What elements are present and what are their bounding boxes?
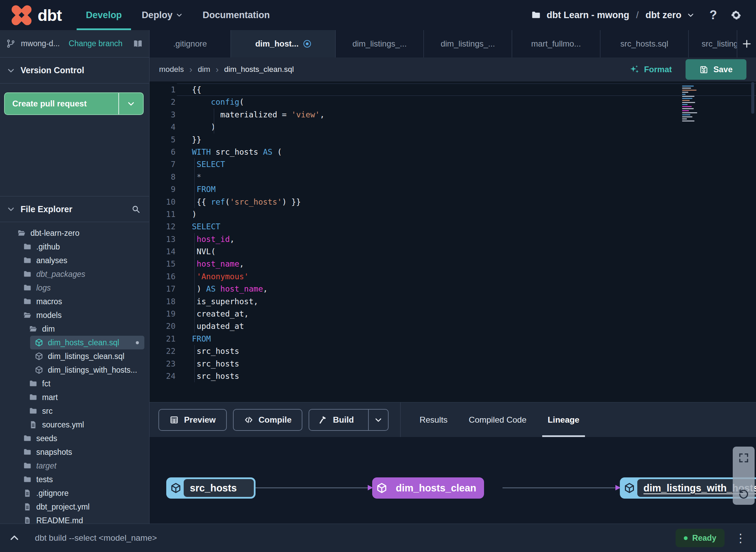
sparkles-icon: [629, 64, 640, 75]
tree-item-.gitignore[interactable]: .gitignore: [0, 486, 149, 500]
panel-tab-lineage[interactable]: Lineage: [548, 402, 579, 437]
tree-item-dim[interactable]: dim: [0, 322, 149, 336]
help-button[interactable]: ?: [709, 8, 717, 22]
code-line: SELECT: [192, 158, 756, 170]
breadcrumb-item: models: [159, 65, 184, 74]
panel-tab-results[interactable]: Results: [420, 402, 448, 437]
tab-.gitignore[interactable]: .gitignore: [149, 30, 231, 57]
code-line: created_at,: [192, 308, 756, 320]
tree-item-seeds[interactable]: seeds: [0, 432, 149, 445]
tree-item-README.md[interactable]: README.md: [0, 514, 149, 524]
panel-tab-compiled-code[interactable]: Compiled Code: [469, 402, 526, 437]
minimap[interactable]: [682, 86, 701, 123]
indent-guide: [194, 270, 195, 283]
gear-icon[interactable]: [730, 9, 742, 21]
tree-item-dim_listings_clean.sql[interactable]: dim_listings_clean.sql: [0, 349, 149, 363]
nav-item-documentation[interactable]: Documentation: [203, 0, 270, 30]
file-explorer-header[interactable]: File Explorer: [0, 196, 149, 222]
project-name[interactable]: dbt Learn - mwong: [547, 10, 629, 21]
tree-item-logs[interactable]: logs: [0, 281, 149, 295]
tree-item-analyses[interactable]: analyses: [0, 254, 149, 267]
tab-mart_fullmo...[interactable]: mart_fullmo...: [512, 30, 600, 57]
build-button[interactable]: Build: [309, 409, 388, 431]
tab-dim_host...[interactable]: dim_host...: [231, 30, 336, 57]
tree-item-dbt_project.yml[interactable]: dbt_project.yml: [0, 500, 149, 514]
kebab-menu-icon[interactable]: ⋮: [733, 532, 748, 544]
tree-item-tests[interactable]: tests: [0, 473, 149, 486]
cli-command[interactable]: dbt build --select <model_name>: [35, 533, 157, 543]
tree-item-src[interactable]: src: [0, 404, 149, 418]
docs-book-icon[interactable]: [133, 39, 143, 49]
compile-button[interactable]: Compile: [233, 409, 303, 431]
tab-dim_listings_...[interactable]: dim_listings_...: [336, 30, 424, 57]
create-pull-request-button[interactable]: Create pull request: [4, 92, 144, 115]
lineage-node-src_hosts[interactable]: src_hosts: [166, 477, 256, 499]
tree-item-dim_hosts_clean.sql[interactable]: dim_hosts_clean.sql: [30, 336, 144, 349]
tree-item-label: seeds: [36, 434, 57, 443]
line-number: 3: [149, 108, 175, 121]
indent-guide: [194, 320, 195, 332]
refresh-icon[interactable]: [738, 488, 750, 499]
tab-label: dim_listings_...: [352, 39, 407, 49]
version-control-header[interactable]: Version Control: [0, 57, 149, 84]
change-branch-link[interactable]: Change branch: [69, 39, 122, 48]
nav-item-develop[interactable]: Develop: [86, 0, 122, 30]
folder-icon: [23, 270, 32, 279]
chevron-up-icon[interactable]: [9, 532, 20, 543]
code-editor[interactable]: 123456789101112131415161718192021222324 …: [149, 81, 756, 402]
line-number: 23: [149, 358, 175, 370]
scrollbar-thumb[interactable]: [751, 82, 754, 114]
save-button[interactable]: Save: [686, 59, 746, 80]
code-line: ) AS host_name,: [192, 283, 756, 295]
tree-item-models[interactable]: models: [0, 308, 149, 322]
lineage-node-dim_hosts_clean[interactable]: dim_hosts_clean: [372, 477, 484, 499]
tree-item-macros[interactable]: macros: [0, 295, 149, 308]
nav-item-label: Develop: [86, 10, 122, 21]
tree-item-sources.yml[interactable]: sources.yml: [0, 418, 149, 432]
tab-label: dim_listings_...: [441, 39, 495, 49]
nav-item-deploy[interactable]: Deploy: [142, 0, 183, 30]
build-dropdown-caret[interactable]: [368, 410, 388, 430]
tree-item-fct[interactable]: fct: [0, 377, 149, 390]
tree-item-dim_listings_with_hosts...[interactable]: dim_listings_with_hosts...: [0, 363, 149, 377]
folder-icon: [29, 393, 38, 402]
ready-status-badge: Ready: [676, 529, 725, 547]
line-number: 7: [149, 158, 175, 170]
tree-item-mart[interactable]: mart: [0, 390, 149, 404]
preview-button[interactable]: Preview: [158, 409, 227, 431]
pr-dropdown-caret[interactable]: [118, 93, 143, 114]
tab-src_hosts.sql[interactable]: src_hosts.sql: [600, 30, 689, 57]
code-line: host_name,: [192, 258, 756, 270]
chevron-down-icon[interactable]: [687, 11, 694, 19]
tree-item-label: dim: [42, 324, 55, 334]
lineage-node-label: src_hosts: [184, 479, 254, 497]
tree-item-target[interactable]: target: [0, 459, 149, 473]
line-number: 22: [149, 345, 175, 357]
tree-item-dbt_packages[interactable]: dbt_packages: [0, 267, 149, 281]
tab-label: src_hosts.sql: [620, 39, 668, 49]
fullscreen-icon[interactable]: [738, 452, 750, 464]
tree-item-label: fct: [42, 379, 50, 388]
tree-item-.github[interactable]: .github: [0, 240, 149, 254]
lineage-canvas[interactable]: src_hostsdim_hosts_cleandim_listings_wit…: [149, 437, 756, 524]
section-title: Version Control: [21, 65, 84, 75]
chevron-down-icon: [7, 205, 15, 213]
environment-name[interactable]: dbt zero: [646, 10, 681, 21]
line-number: 20: [149, 320, 175, 332]
new-tab-button[interactable]: [737, 30, 756, 57]
tab-label: dim_host...: [255, 39, 299, 49]
code-line: ): [192, 121, 756, 133]
indent-guide: [194, 370, 195, 382]
search-icon[interactable]: [131, 205, 140, 214]
dbt-logo-icon[interactable]: [10, 4, 33, 26]
tree-item-snapshots[interactable]: snapshots: [0, 445, 149, 459]
ready-status-label: Ready: [692, 534, 716, 543]
logo-text: dbt: [38, 6, 62, 25]
tree-item-dbt-learn-zero[interactable]: dbt-learn-zero: [0, 226, 149, 240]
nav-item-label: Documentation: [203, 10, 270, 21]
chevron-down-icon: [7, 66, 15, 75]
tab-dim_listings_...[interactable]: dim_listings_...: [424, 30, 512, 57]
top-navigation: dbt Develop Deploy Documentation dbt Lea…: [0, 0, 756, 30]
editor-surface[interactable]: {{ config( materialized = 'view', )}}WIT…: [175, 81, 756, 402]
format-button[interactable]: Format: [629, 64, 672, 75]
